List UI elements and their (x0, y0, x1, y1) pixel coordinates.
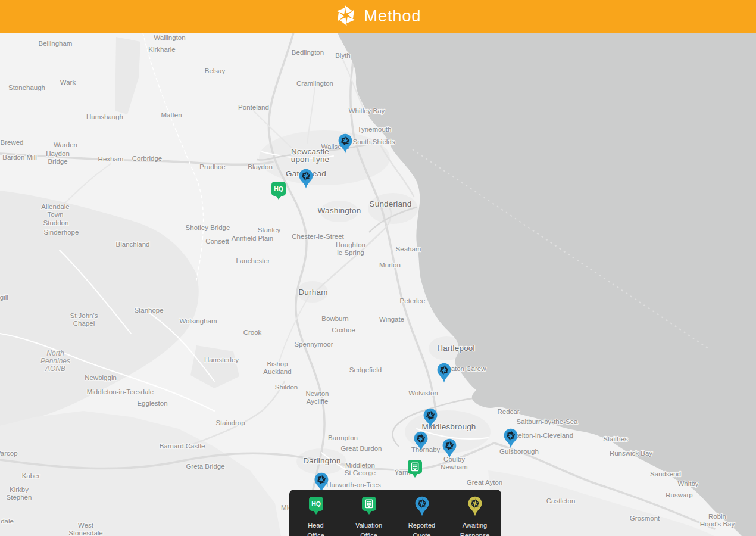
map-label: Greta Bridge (186, 463, 224, 470)
map-label: Wolsingham (179, 317, 217, 325)
method-logo-icon (335, 4, 357, 29)
building-marker-icon (361, 496, 377, 520)
blue-pin-icon (414, 496, 430, 520)
map-label: Chester-le-Street (292, 233, 344, 240)
map-label: Staindrop (215, 419, 245, 426)
map-label: St John'sChapel (70, 312, 98, 327)
map-label: Cramlington (296, 80, 333, 87)
map-label: Kaber (22, 472, 40, 479)
map-label: Barnard Castle (160, 442, 205, 450)
svg-text:HQ: HQ (274, 185, 283, 192)
map-label: Grosmont (630, 515, 660, 522)
map-label: Belsay (205, 67, 226, 74)
map-label: Sandsend (650, 470, 681, 478)
brand-name: Method (364, 7, 421, 26)
map-label: Saltburn-by-the-Sea (517, 418, 579, 425)
reported-quote-pin[interactable] (423, 408, 438, 431)
reported-quote-pin[interactable] (503, 428, 518, 451)
legend-label: Awaiting (463, 521, 487, 530)
map-label: Blaydon (248, 163, 273, 170)
map-label: Studdon (43, 219, 69, 226)
legend-label: Response (460, 531, 490, 536)
map-label: Warcop (0, 450, 18, 457)
valuation-office-marker[interactable] (407, 459, 423, 481)
map-label: Stanhope (134, 307, 163, 314)
legend-item-valuation-office: ValuationOffice (342, 496, 395, 536)
map-label: Barmpton (328, 434, 358, 441)
legend-label: Office (360, 531, 377, 536)
map-label: Corbridge (132, 155, 163, 162)
map-label: Hartlepool (437, 344, 475, 353)
map-label: Coxhoe (332, 326, 355, 334)
map-label: Bowburn (321, 315, 348, 322)
map-label: KirkbyStephen (7, 486, 32, 501)
map-label: Shotley Bridge (186, 224, 230, 231)
map-label: Hexham (98, 155, 124, 163)
map-label: Spennymoor (294, 341, 333, 348)
map-label: Durham (298, 288, 327, 297)
map-label: Washington (318, 206, 361, 215)
map-label: Blyth (335, 52, 351, 59)
reported-quote-pin[interactable] (338, 133, 353, 156)
map-label: Shildon (275, 384, 298, 391)
map-label: Skelton-in-Cleveland (510, 432, 573, 439)
map-label: Blanchland (116, 241, 150, 248)
map-label: Lanchester (236, 257, 270, 264)
map-label: Humshaugh (86, 113, 123, 120)
legend-item-reported-quote: ReportedQuote (395, 496, 448, 536)
map-label: Matfen (161, 111, 182, 119)
map-label: Ponteland (238, 104, 269, 111)
map-label: Sunderland (369, 200, 411, 208)
map-label: Newcastleupon Tyne (291, 147, 330, 164)
map-label: Warden (54, 141, 77, 148)
map-label: Redcar (497, 408, 519, 415)
legend-label: Office (307, 531, 324, 536)
map-label: Bedlington (292, 49, 324, 56)
legend-label: Head (308, 521, 323, 530)
map-label: Tynemouth (358, 126, 392, 133)
hq-marker-icon: HQ (308, 496, 324, 520)
legend-item-head-office: HQHeadOffice (289, 496, 342, 536)
map-label: Brewed (1, 139, 24, 146)
app-window: BellinghamWallingtonKirkharleBedlingtonB… (0, 0, 756, 536)
map-label: dale (1, 518, 14, 525)
map-label: Seaham (396, 245, 421, 253)
yellow-pin-icon (467, 496, 483, 520)
map-legend: HQHeadOfficeValuationOfficeReportedQuote… (289, 490, 501, 536)
legend-item-awaiting-response: AwaitingResponse (448, 496, 501, 536)
reported-quote-pin[interactable] (413, 431, 429, 454)
map-label: Great Burdon (340, 445, 382, 452)
map-label: Wark (60, 79, 76, 86)
reported-quote-pin[interactable] (298, 169, 314, 191)
map-label: Whitby (677, 480, 698, 487)
reported-quote-pin[interactable] (442, 438, 457, 461)
map-label: HaydonBridge (46, 150, 70, 165)
map-label: Castleton (546, 497, 576, 504)
map-label: Sinderhope (44, 229, 79, 236)
map-label: Middleton-in-Teesdale (87, 388, 154, 395)
map-label: Darlington (303, 456, 341, 465)
map-label: Great Ayton (467, 479, 503, 486)
map-label: Peterlee (400, 297, 426, 304)
map-label: Annfield Plain (232, 235, 273, 242)
map-label: Whitley Bay (349, 107, 385, 114)
map-label: Houghtonle Spring (336, 241, 365, 256)
map-canvas[interactable]: BellinghamWallingtonKirkharleBedlingtonB… (0, 33, 756, 536)
map-label: MiddletonSt George (345, 462, 376, 476)
map-label: Garrigill (0, 294, 8, 301)
map-label: Hurworth-on-Tees (326, 481, 381, 488)
map-label: Prudhoe (199, 163, 225, 170)
reported-quote-pin[interactable] (436, 363, 452, 385)
map-label: Kirkharle (148, 46, 175, 53)
map-label: Bellingham (39, 40, 73, 47)
map-label: Staithes (603, 435, 628, 442)
map-label: Crook (243, 329, 262, 336)
head-office-marker[interactable]: HQ (271, 181, 286, 202)
map-base-graphics: BellinghamWallingtonKirkharleBedlingtonB… (0, 33, 756, 536)
map-label: Stanley (258, 226, 281, 233)
map-label: Runswick Bay (610, 450, 652, 457)
map-label: Wolviston (408, 389, 438, 397)
map-label: Wallington (154, 34, 185, 41)
legend-label: Quote (413, 531, 431, 536)
map-label: Eggleston (137, 400, 167, 407)
